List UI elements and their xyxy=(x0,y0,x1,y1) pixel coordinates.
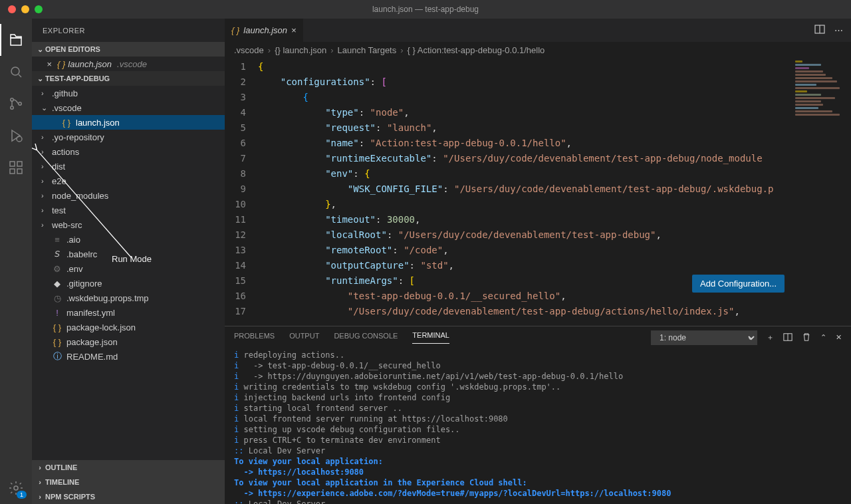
chevron-icon: ⌄ xyxy=(41,104,48,112)
json-icon: { } xyxy=(57,59,65,69)
terminal-select[interactable]: 1: node xyxy=(651,330,757,345)
add-configuration-button[interactable]: Add Configuration... xyxy=(692,275,785,293)
svg-point-2 xyxy=(11,106,13,109)
file-item[interactable]: ◆.gitignore xyxy=(32,276,225,291)
panel-tab-output[interactable]: OUTPUT xyxy=(289,332,319,344)
file-item[interactable]: !manifest.yml xyxy=(32,305,225,320)
panel-tab-problems[interactable]: PROBLEMS xyxy=(234,332,275,344)
folder-item[interactable]: ›node_modules xyxy=(32,188,225,203)
folder-item[interactable]: ›.github xyxy=(32,86,225,100)
close-icon[interactable]: × xyxy=(291,25,297,35)
close-icon[interactable]: × xyxy=(44,59,55,69)
source-control-icon[interactable] xyxy=(0,88,32,120)
excl-icon: ! xyxy=(52,308,62,318)
json-icon: { } xyxy=(52,322,62,332)
title-bar: launch.json — test-app-debug xyxy=(0,0,851,19)
svg-point-3 xyxy=(19,102,21,105)
svg-rect-7 xyxy=(10,169,15,174)
svg-point-0 xyxy=(11,67,19,75)
sidebar-title: EXPLORER xyxy=(32,19,225,42)
file-item[interactable]: ◷.wskdebug.props.tmp xyxy=(32,291,225,305)
panel-tab-terminal[interactable]: TERMINAL xyxy=(412,331,449,344)
file-item[interactable]: { }launch.json xyxy=(32,115,225,130)
extensions-icon[interactable] xyxy=(0,152,32,184)
svg-point-1 xyxy=(11,98,13,101)
folder-item[interactable]: ⌄.vscode xyxy=(32,100,225,115)
more-actions-icon[interactable]: ⋯ xyxy=(834,25,843,35)
panel-tab-debug-console[interactable]: DEBUG CONSOLE xyxy=(334,332,398,344)
info-icon: ⓘ xyxy=(52,350,62,362)
json-icon: { } xyxy=(52,337,62,347)
chevron-icon: › xyxy=(41,191,48,199)
file-item[interactable]: ⓘREADME.md xyxy=(32,349,225,364)
file-item[interactable]: 𝘚.babelrc xyxy=(32,247,225,261)
folder-item[interactable]: ›e2e xyxy=(32,174,225,188)
panel-tabs: PROBLEMSOUTPUTDEBUG CONSOLETERMINAL1: no… xyxy=(225,326,851,348)
breadcrumb-segment[interactable]: .vscode xyxy=(234,45,264,55)
sidebar: EXPLORER ⌄OPEN EDITORS × { } launch.json… xyxy=(32,19,225,504)
chevron-icon: › xyxy=(41,89,48,97)
search-icon[interactable] xyxy=(0,56,32,88)
window-controls xyxy=(0,5,43,13)
split-terminal-icon[interactable] xyxy=(783,332,792,343)
breadcrumb-segment[interactable]: {} launch.json xyxy=(275,45,326,55)
minimize-window-button[interactable] xyxy=(21,5,29,13)
file-item[interactable]: ≡.aio xyxy=(32,232,225,247)
chevron-icon: › xyxy=(41,177,48,185)
minimap[interactable] xyxy=(795,61,842,120)
file-item[interactable]: { }package.json xyxy=(32,334,225,349)
trash-icon[interactable] xyxy=(802,332,811,343)
text-icon: ≡ xyxy=(52,235,62,245)
svg-rect-5 xyxy=(10,162,15,166)
maximize-window-button[interactable] xyxy=(35,5,43,13)
window-title: launch.json — test-app-debug xyxy=(372,5,479,14)
settings-gear-icon[interactable]: 1 xyxy=(0,472,32,504)
chevron-icon: › xyxy=(41,206,48,214)
file-tree: ›.github⌄.vscode{ }launch.json›.yo-repos… xyxy=(32,86,225,460)
svg-rect-8 xyxy=(17,169,22,174)
terminal-output[interactable]: i redeploying actions..i -> test-app-deb… xyxy=(225,348,851,504)
run-debug-icon[interactable] xyxy=(0,120,32,152)
breadcrumb-segment[interactable]: Launch Targets xyxy=(338,45,397,55)
clock-icon: ◷ xyxy=(52,293,62,303)
breadcrumb[interactable]: .vscode›{} launch.json›Launch Targets›{ … xyxy=(225,42,851,58)
section-header[interactable]: ›TIMELINE xyxy=(32,475,225,489)
split-editor-icon[interactable] xyxy=(814,24,825,37)
babel-icon: 𝘚 xyxy=(52,249,62,259)
editor-tabs: { } launch.json × ⋯ xyxy=(225,19,851,42)
git-icon: ◆ xyxy=(52,279,62,289)
explorer-icon[interactable] xyxy=(0,24,32,56)
chevron-icon: › xyxy=(41,133,48,141)
bottom-panel: PROBLEMSOUTPUTDEBUG CONSOLETERMINAL1: no… xyxy=(225,326,851,504)
svg-point-9 xyxy=(14,486,18,490)
file-item[interactable]: ⚙.env xyxy=(32,261,225,276)
file-item[interactable]: { }package-lock.json xyxy=(32,320,225,334)
editor-area: { } launch.json × ⋯ .vscode›{} launch.js… xyxy=(225,19,851,504)
project-header[interactable]: ⌄TEST-APP-DEBUG xyxy=(32,71,225,86)
folder-item[interactable]: ›.yo-repository xyxy=(32,130,225,144)
close-panel-icon[interactable]: ✕ xyxy=(836,333,842,342)
chevron-up-icon[interactable]: ⌃ xyxy=(820,333,826,342)
section-header[interactable]: ›OUTLINE xyxy=(32,460,225,475)
open-editor-item[interactable]: × { } launch.json .vscode xyxy=(32,57,225,71)
line-gutter: 1234567891011121314151617 xyxy=(225,59,258,319)
svg-point-4 xyxy=(17,136,22,142)
new-terminal-icon[interactable]: ＋ xyxy=(767,332,774,342)
breadcrumb-segment[interactable]: { } Action:test-app-debug-0.0.1/hello xyxy=(408,45,545,55)
tab-launch-json[interactable]: { } launch.json × xyxy=(225,19,304,42)
folder-item[interactable]: ›dist xyxy=(32,159,225,174)
chevron-icon: › xyxy=(41,162,48,170)
close-window-button[interactable] xyxy=(8,5,16,13)
json-icon: { } xyxy=(231,25,239,35)
activity-bar: 1 xyxy=(0,19,32,504)
settings-badge: 1 xyxy=(17,491,27,499)
svg-rect-6 xyxy=(17,162,22,166)
folder-item[interactable]: ›actions xyxy=(32,144,225,159)
folder-item[interactable]: ›test xyxy=(32,203,225,217)
open-editors-header[interactable]: ⌄OPEN EDITORS xyxy=(32,42,225,57)
folder-item[interactable]: ›web-src xyxy=(32,217,225,232)
chevron-icon: › xyxy=(41,221,48,229)
json-icon: { } xyxy=(61,118,72,128)
section-header[interactable]: ›NPM SCRIPTS xyxy=(32,489,225,504)
gear-icon: ⚙ xyxy=(52,264,62,274)
